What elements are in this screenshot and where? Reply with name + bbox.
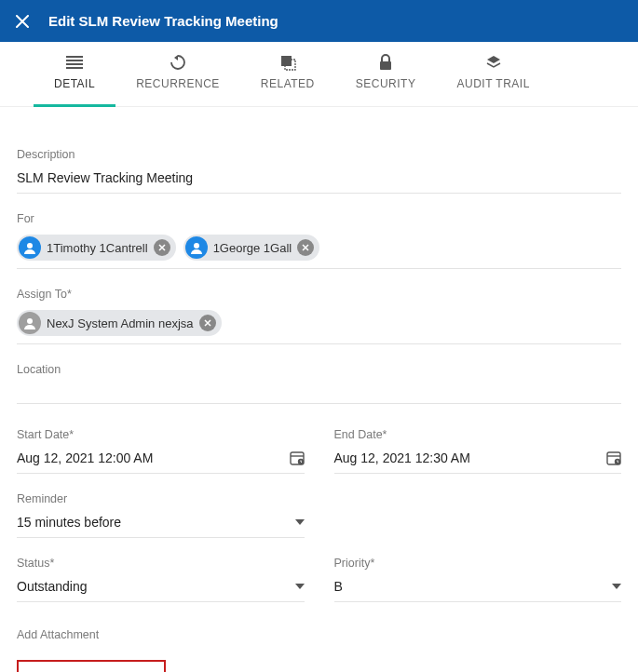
touches-section: Touches Proactive Touch Review <box>17 660 166 672</box>
status-field[interactable]: Status* Outstanding <box>17 557 305 602</box>
calendar-icon[interactable] <box>290 450 305 465</box>
field-value: Aug 12, 2021 12:30 AM <box>334 450 470 465</box>
tab-label: RELATED <box>261 77 315 90</box>
field-value: B <box>334 579 343 594</box>
dialog-title: Edit SLM Review Tracking Meeting <box>48 13 278 29</box>
person-icon <box>185 236 208 259</box>
field-label: End Date* <box>334 428 622 441</box>
description-field[interactable]: Description SLM Review Tracking Meeting <box>17 148 621 194</box>
field-label: Priority* <box>334 557 622 570</box>
add-attachment[interactable]: Add Attachment <box>17 628 621 641</box>
field-label: Location <box>17 363 621 376</box>
field-label: Reminder <box>17 492 305 505</box>
chevron-down-icon[interactable] <box>295 519 305 525</box>
dialog-header: Edit SLM Review Tracking Meeting <box>0 0 638 42</box>
chip-remove-icon[interactable] <box>199 315 216 331</box>
field-label: Add Attachment <box>17 628 621 641</box>
tab-related[interactable]: RELATED <box>240 42 335 106</box>
detail-icon <box>66 53 83 72</box>
related-icon <box>279 53 296 72</box>
person-chip[interactable]: 1Timothy 1Cantrell <box>17 235 176 261</box>
chip-remove-icon[interactable] <box>297 239 314 256</box>
tab-label: AUDIT TRAIL <box>456 77 529 90</box>
close-icon[interactable] <box>15 14 30 29</box>
tab-audit-trail[interactable]: AUDIT TRAIL <box>436 42 550 106</box>
person-icon <box>19 312 41 334</box>
lock-icon <box>378 53 393 72</box>
for-field[interactable]: For 1Timothy 1Cantrell 1George 1Gall <box>17 212 621 269</box>
field-value: SLM Review Tracking Meeting <box>17 170 193 185</box>
field-label: Status* <box>17 557 305 570</box>
tab-security[interactable]: SECURITY <box>335 42 437 106</box>
tab-recurrence[interactable]: RECURRENCE <box>115 42 240 106</box>
tab-label: RECURRENCE <box>136 77 220 90</box>
person-chip[interactable]: NexJ System Admin nexjsa <box>17 310 222 336</box>
location-field[interactable]: Location <box>17 363 621 404</box>
priority-field[interactable]: Priority* B <box>334 557 622 602</box>
reminder-field[interactable]: Reminder 15 minutes before <box>17 492 305 538</box>
svg-point-9 <box>27 318 33 324</box>
recurrence-icon <box>170 53 186 72</box>
field-value: Outstanding <box>17 579 88 594</box>
field-value: 15 minutes before <box>17 515 121 530</box>
person-icon <box>19 236 41 259</box>
svg-point-8 <box>194 243 199 249</box>
field-label: For <box>17 212 621 225</box>
chip-label: NexJ System Admin nexjsa <box>47 316 194 330</box>
tab-label: SECURITY <box>356 77 416 90</box>
tab-detail[interactable]: DETAIL <box>34 42 115 106</box>
form-body: Description SLM Review Tracking Meeting … <box>0 107 638 672</box>
chevron-down-icon[interactable] <box>295 584 305 589</box>
svg-rect-6 <box>380 61 391 70</box>
chevron-down-icon[interactable] <box>612 584 621 589</box>
layers-icon <box>485 53 502 72</box>
start-date-field[interactable]: Start Date* Aug 12, 2021 12:00 AM <box>17 428 305 474</box>
field-label: Assign To* <box>17 288 621 301</box>
svg-point-7 <box>27 243 33 249</box>
tab-label: DETAIL <box>54 77 95 90</box>
field-label: Description <box>17 148 621 161</box>
chip-remove-icon[interactable] <box>154 239 170 256</box>
end-date-field[interactable]: End Date* Aug 12, 2021 12:30 AM <box>334 428 622 474</box>
field-label: Start Date* <box>17 428 305 441</box>
calendar-icon[interactable] <box>606 450 621 465</box>
field-value: Aug 12, 2021 12:00 AM <box>17 450 153 465</box>
person-chip[interactable]: 1George 1Gall <box>183 235 320 261</box>
tab-bar: DETAIL RECURRENCE RELATED SECURITY AUDIT… <box>0 42 638 107</box>
svg-rect-4 <box>281 56 292 66</box>
chip-label: 1Timothy 1Cantrell <box>47 241 148 255</box>
assign-to-field[interactable]: Assign To* NexJ System Admin nexjsa <box>17 288 621 344</box>
chip-label: 1George 1Gall <box>213 241 292 255</box>
